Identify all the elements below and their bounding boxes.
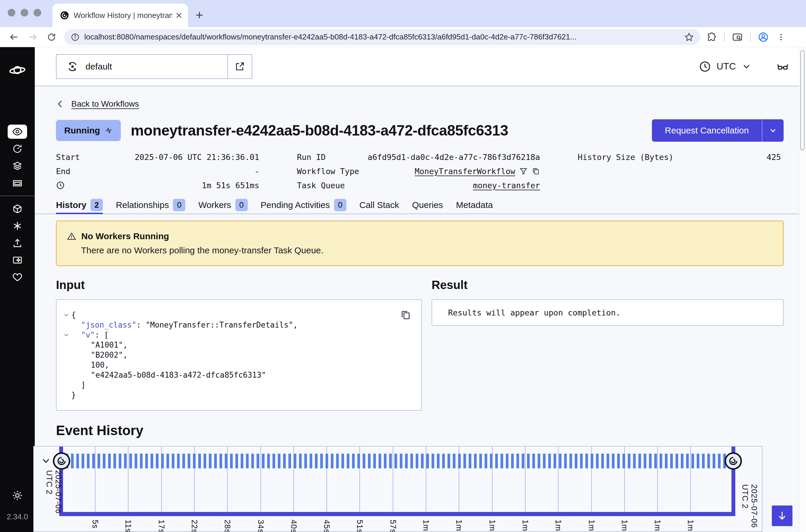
scrollbar-thumb[interactable] — [801, 50, 805, 150]
workflow-type-link[interactable]: MoneyTransferWorkflow — [415, 167, 515, 176]
external-link-icon — [234, 61, 245, 72]
asterisk-icon — [12, 221, 23, 231]
timeline-start-date-label: 2025-07-06 UTC 2 — [44, 470, 63, 531]
tab-history[interactable]: History2 — [56, 196, 103, 213]
timeline-tick-label: 1m — [620, 520, 629, 531]
browser-menu-icon[interactable] — [776, 32, 786, 42]
scroll-to-bottom-button[interactable] — [772, 506, 792, 526]
window-close-button[interactable] — [8, 9, 15, 17]
timeline-tick-label: 17s — [157, 520, 166, 532]
task-queue-link[interactable]: money-transfer — [473, 181, 540, 190]
namespace-icon — [66, 61, 78, 73]
namespace-header: default UTC — [35, 47, 806, 86]
temporal-logo-icon[interactable] — [9, 62, 26, 79]
labs-sparkle-card-icon — [12, 255, 23, 265]
tab-search-icon[interactable] — [732, 32, 743, 43]
json-line-text: "B2002", — [91, 350, 128, 360]
detail-run-id: Run ID a6fd95d1-da0c-4d2e-a77c-786f3d762… — [297, 150, 540, 164]
json-line-text: } — [71, 390, 76, 400]
request-cancellation-label: Request Cancellation — [652, 119, 762, 142]
page-scrollbar[interactable] — [799, 47, 806, 532]
namespace-selector[interactable]: default — [56, 54, 252, 79]
tab-pending-activities[interactable]: Pending Activities0 — [261, 196, 346, 213]
window-zoom-button[interactable] — [34, 9, 41, 17]
tab-label: Relationships — [116, 200, 169, 210]
json-collapse-chevron-icon[interactable] — [61, 332, 71, 338]
toolbar-separator — [750, 32, 751, 42]
tab-metadata[interactable]: Metadata — [456, 196, 493, 213]
timeline-tick-label: 1m — [454, 520, 463, 531]
tab-queries[interactable]: Queries — [412, 196, 443, 213]
tab-workers[interactable]: Workers0 — [198, 196, 247, 213]
reload-icon[interactable] — [46, 32, 57, 42]
input-json-box: {"json_class": "MoneyTransfer::TransferD… — [56, 299, 422, 411]
workflow-end-marker-icon[interactable] — [724, 452, 743, 471]
event-history-timeline[interactable]: 2025-07-06 UTC 2 2025-07-06 UTC 2 5s11s1… — [33, 446, 762, 532]
back-to-workflows-link[interactable]: Back to Workflows — [71, 99, 139, 109]
timezone-selector[interactable]: UTC — [716, 61, 736, 72]
sidebar-item-workflows[interactable] — [8, 125, 27, 139]
chevron-down-icon[interactable] — [741, 61, 752, 72]
cancel-menu-chevron-icon[interactable] — [762, 119, 784, 142]
tab-label: Workers — [198, 200, 231, 210]
json-line-text: { — [71, 310, 76, 320]
input-json-code: {"json_class": "MoneyTransfer::TransferD… — [61, 310, 412, 400]
forward-icon[interactable] — [28, 32, 38, 42]
browser-tab[interactable]: Workflow History | moneytran ✕ — [53, 3, 188, 27]
sidebar-item-feedback[interactable] — [8, 269, 27, 286]
window-minimize-button[interactable] — [21, 9, 28, 17]
result-box: Results will appear upon completion. — [431, 299, 784, 326]
copy-icon[interactable] — [532, 167, 540, 175]
new-tab-button[interactable]: + — [196, 8, 203, 22]
sidebar-item-nexus[interactable] — [8, 217, 27, 234]
back-icon[interactable] — [9, 32, 19, 42]
temporal-favicon-icon — [60, 11, 69, 20]
sidebar-item-labs[interactable] — [8, 251, 27, 269]
filter-funnel-icon[interactable] — [519, 167, 527, 175]
tab-call-stack[interactable]: Call Stack — [359, 196, 399, 213]
sidebar-item-deployments[interactable] — [8, 200, 27, 217]
timeline-tick-label: 34s — [256, 520, 265, 532]
site-info-icon[interactable] — [71, 33, 79, 41]
timeline-event-band[interactable] — [66, 454, 730, 468]
data-encoder-glasses-icon[interactable] — [776, 60, 789, 73]
tab-close-icon[interactable]: ✕ — [175, 10, 183, 21]
screen: Workflow History | moneytran ✕ + localho… — [0, 0, 806, 532]
history-size-value: 425 — [767, 153, 781, 162]
timeline-tick-label: 40s — [289, 520, 298, 532]
workflow-details: Start 2025-07-06 UTC 21:36:36.01 End - 1… — [56, 150, 784, 192]
request-cancellation-button[interactable]: Request Cancellation — [652, 119, 784, 142]
workflow-tabs: History2Relationships0Workers0Pending Ac… — [56, 196, 784, 213]
window-controls[interactable] — [0, 9, 41, 27]
namespace-external-link-button[interactable] — [227, 55, 252, 78]
timeline-end-date-label: 2025-07-06 UTC 2 — [740, 484, 759, 531]
copy-input-icon[interactable] — [400, 309, 411, 321]
theme-toggle-button[interactable] — [8, 487, 27, 504]
timeline-expand-chevron-icon[interactable] — [40, 455, 52, 467]
tab-relationships[interactable]: Relationships0 — [116, 196, 185, 213]
url-bar[interactable]: localhost:8080/namespaces/default/workfl… — [64, 29, 701, 45]
workflow-start-marker-icon[interactable] — [52, 452, 71, 471]
sidebar-item-archival[interactable] — [8, 174, 27, 191]
sidebar-item-schedules[interactable] — [8, 140, 27, 157]
tab-count-badge: 2 — [91, 199, 103, 211]
sidebar-item-import[interactable] — [8, 234, 27, 251]
arrow-down-icon — [776, 510, 788, 522]
extensions-icon[interactable] — [706, 32, 717, 42]
version-label: 2.34.0 — [7, 512, 28, 521]
workflow-title: moneytransfer-e4242aa5-b08d-4183-a472-df… — [131, 122, 652, 139]
detail-start: Start 2025-07-06 UTC 21:36:36.01 — [56, 150, 259, 164]
namespace-name: default — [85, 61, 112, 72]
back-chevron-icon — [56, 99, 65, 109]
browser-toolbar: localhost:8080/namespaces/default/workfl… — [0, 27, 806, 47]
timeline-tick-label: 11s — [123, 520, 133, 532]
json-collapse-chevron-icon[interactable] — [61, 312, 71, 318]
timeline-tick-label: 1m — [520, 520, 530, 531]
json-line: { — [61, 310, 412, 320]
bookmark-star-icon[interactable] — [684, 32, 694, 42]
start-label: Start — [56, 153, 80, 162]
archival-box-icon — [12, 178, 23, 188]
sidebar-item-namespaces[interactable] — [8, 157, 27, 174]
profile-avatar-icon[interactable] — [758, 32, 769, 43]
end-value: - — [254, 167, 259, 176]
